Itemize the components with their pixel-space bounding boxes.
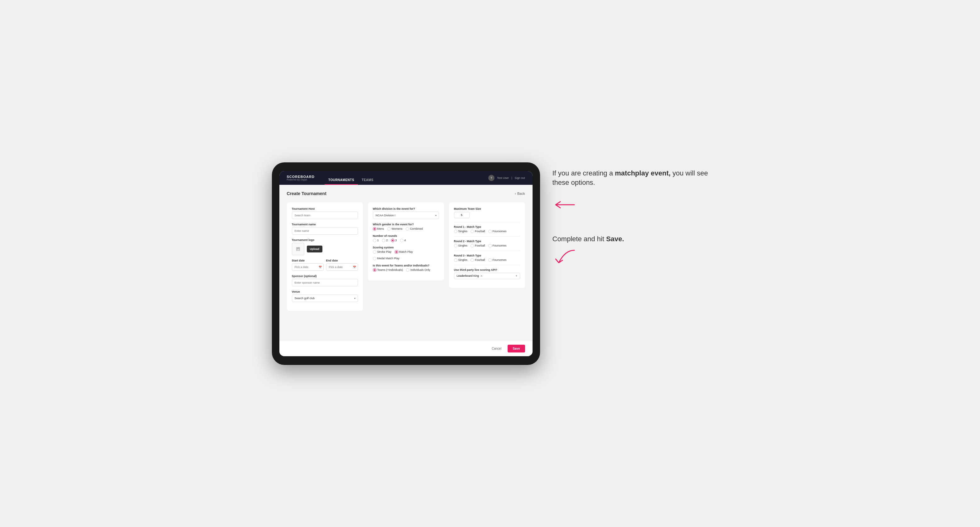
scoring-medal[interactable]: Medal Match Play — [373, 257, 400, 260]
scoring-stroke[interactable]: Stroke Play — [373, 250, 391, 254]
round3-foursomes[interactable]: Foursomes — [488, 258, 507, 262]
round3-fourball[interactable]: Fourball — [471, 258, 485, 262]
round1-foursomes-radio[interactable] — [488, 230, 492, 233]
date-row-group: Start date End date — [292, 259, 358, 271]
signout-link[interactable]: Sign out — [514, 176, 525, 179]
teams-radio[interactable] — [373, 268, 376, 272]
scoring-medal-radio[interactable] — [373, 257, 376, 260]
round2-fourball[interactable]: Fourball — [471, 244, 485, 248]
round-2-radio[interactable] — [382, 239, 385, 242]
division-select[interactable]: NCAA Division I — [373, 212, 439, 219]
round-3[interactable]: 3 — [391, 239, 397, 242]
tablet-screen: SCOREBOARD Powered by clippit TOURNAMENT… — [279, 171, 533, 356]
venue-select[interactable]: Search golf club — [292, 295, 358, 302]
gender-womens-radio[interactable] — [387, 227, 391, 231]
end-date-input[interactable] — [326, 264, 358, 271]
scoring-label: Scoring system — [373, 246, 439, 249]
round1-fourball[interactable]: Fourball — [471, 230, 485, 233]
round2-match-type: Round 2 - Match Type Singles Fourball — [454, 240, 520, 248]
cancel-button[interactable]: Cancel — [488, 345, 505, 352]
page-title: Create Tournament — [287, 191, 326, 196]
divider-4 — [454, 265, 520, 265]
round3-singles-radio[interactable] — [454, 258, 457, 262]
rounds-radio-group: 1 2 3 — [373, 239, 439, 242]
tournament-host-group: Tournament Host — [292, 207, 358, 219]
gender-mens[interactable]: Mens — [373, 227, 384, 231]
round1-singles-radio[interactable] — [454, 230, 457, 233]
round-2-label: 2 — [386, 239, 388, 242]
individuals-radio[interactable] — [406, 268, 409, 272]
gender-label: Which gender is the event for? — [373, 223, 439, 226]
scoring-match-radio[interactable] — [395, 250, 398, 254]
round2-foursomes-radio[interactable] — [488, 244, 492, 248]
avatar: T — [488, 175, 495, 181]
header-right: T Test User | Sign out — [488, 175, 525, 181]
max-team-size-group: Maximum Team Size — [454, 207, 520, 218]
sponsor-label: Sponsor (optional) — [292, 275, 358, 278]
individuals-option[interactable]: Individuals Only — [406, 268, 430, 272]
annotation-bold-save: Save. — [606, 235, 624, 243]
max-team-size-label: Maximum Team Size — [454, 207, 520, 210]
round1-singles[interactable]: Singles — [454, 230, 468, 233]
gender-womens-label: Womens — [391, 227, 402, 230]
start-date-input[interactable] — [292, 264, 324, 271]
scoring-match-label: Match Play — [399, 250, 413, 253]
tab-tournaments[interactable]: TOURNAMENTS — [325, 176, 358, 185]
tab-teams[interactable]: TEAMS — [358, 176, 377, 185]
round2-foursomes[interactable]: Foursomes — [488, 244, 507, 248]
teams-individuals-label: Is this event for Teams and/or Individua… — [373, 264, 439, 267]
tournament-logo-group: Tournament logo Upload — [292, 238, 358, 255]
gender-combined[interactable]: Combined — [406, 227, 423, 231]
back-link[interactable]: ‹ Back — [515, 192, 525, 195]
round3-foursomes-radio[interactable] — [488, 258, 492, 262]
round1-fourball-radio[interactable] — [471, 230, 474, 233]
round3-singles-label: Singles — [458, 258, 468, 262]
round2-singles[interactable]: Singles — [454, 244, 468, 248]
scoring-stroke-label: Stroke Play — [377, 250, 391, 253]
gender-mens-radio[interactable] — [373, 227, 376, 231]
max-team-size-input[interactable] — [454, 212, 469, 218]
round-4[interactable]: 4 — [400, 239, 406, 242]
end-date-wrapper — [326, 264, 358, 271]
round3-fourball-label: Fourball — [475, 258, 485, 262]
tablet-frame: SCOREBOARD Powered by clippit TOURNAMENT… — [272, 162, 540, 365]
teams-option[interactable]: Teams (+Individuals) — [373, 268, 403, 272]
annotation-top-text: If you are creating a matchplay event, y… — [552, 168, 708, 188]
app-header: SCOREBOARD Powered by clippit TOURNAMENT… — [279, 171, 533, 185]
api-tag-remove[interactable]: ✕ — [480, 274, 483, 278]
save-button[interactable]: Save — [508, 345, 525, 352]
gender-radio-group: Mens Womens Combined — [373, 227, 439, 231]
upload-button[interactable]: Upload — [307, 246, 323, 252]
rounds-label: Number of rounds — [373, 234, 439, 238]
round2-singles-radio[interactable] — [454, 244, 457, 248]
end-date-label: End date — [326, 259, 358, 262]
round-3-radio[interactable] — [391, 239, 395, 242]
start-date-group: Start date — [292, 259, 324, 271]
round1-foursomes[interactable]: Foursomes — [488, 230, 507, 233]
scoring-stroke-radio[interactable] — [373, 250, 376, 254]
round1-options: Singles Fourball Foursomes — [454, 230, 520, 233]
round-4-radio[interactable] — [400, 239, 404, 242]
scoring-match[interactable]: Match Play — [395, 250, 413, 254]
brand-name: SCOREBOARD — [287, 175, 315, 179]
tournament-host-input[interactable] — [292, 212, 358, 219]
gender-combined-radio[interactable] — [406, 227, 409, 231]
start-date-wrapper — [292, 264, 324, 271]
tournament-host-label: Tournament Host — [292, 207, 358, 210]
arrow-bottom-icon — [552, 247, 578, 266]
brand: SCOREBOARD Powered by clippit — [287, 175, 315, 181]
logo-placeholder — [292, 243, 304, 255]
api-tag-chevron[interactable]: ▾ — [516, 274, 517, 277]
start-date-label: Start date — [292, 259, 324, 262]
round-3-label: 3 — [395, 239, 397, 242]
gender-womens[interactable]: Womens — [387, 227, 402, 231]
divider: | — [511, 176, 512, 179]
round3-fourball-radio[interactable] — [471, 258, 474, 262]
tournament-name-input[interactable] — [292, 227, 358, 235]
round-2[interactable]: 2 — [382, 239, 388, 242]
sponsor-input[interactable] — [292, 279, 358, 286]
round-1[interactable]: 1 — [373, 239, 379, 242]
round-1-radio[interactable] — [373, 239, 376, 242]
round2-fourball-radio[interactable] — [471, 244, 474, 248]
round3-singles[interactable]: Singles — [454, 258, 468, 262]
